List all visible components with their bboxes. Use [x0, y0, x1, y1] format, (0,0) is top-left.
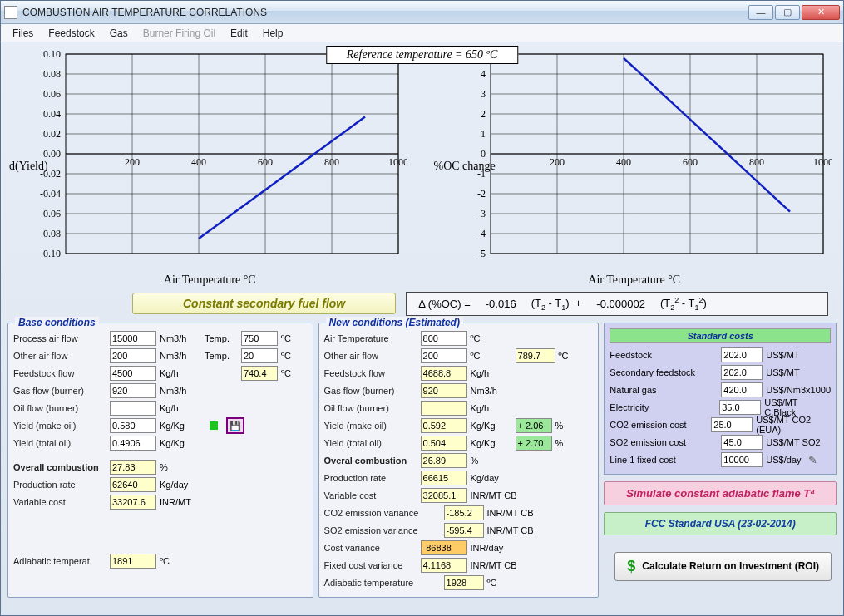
- svg-text:600: 600: [258, 156, 273, 168]
- svg-text:1000: 1000: [388, 156, 407, 168]
- new-gas-flow[interactable]: [421, 383, 467, 398]
- fcc-standard-button[interactable]: FCC Standard USA (23-02-2014): [604, 512, 837, 535]
- cost-value-1[interactable]: [721, 365, 763, 380]
- new-overall[interactable]: [421, 453, 467, 468]
- base-oil-flow[interactable]: [110, 401, 156, 416]
- new-co2[interactable]: [444, 505, 484, 520]
- chart2-ylabel: %OC change: [434, 160, 496, 173]
- new-yield-make[interactable]: [421, 418, 467, 433]
- cost-label: Line 1 fixed cost: [610, 455, 718, 465]
- chart1-svg: 2004006008001000-0.10-0.08-0.06-0.04-0.0…: [7, 46, 407, 270]
- base-overall[interactable]: [110, 460, 156, 475]
- edit-icon[interactable]: ✎: [808, 454, 817, 466]
- new-yield-total[interactable]: [421, 436, 467, 451]
- formula-b: -0.000002: [596, 298, 645, 310]
- costs-title: Standard costs: [610, 328, 831, 343]
- standard-costs-panel: Standard costs Feedstock US$/MT Secondar…: [604, 323, 837, 475]
- minimize-button[interactable]: —: [748, 5, 773, 20]
- new-so2[interactable]: [444, 523, 484, 538]
- svg-text:800: 800: [749, 156, 764, 168]
- new-other-air-temp[interactable]: [516, 348, 555, 363]
- cost-unit: US$/Nm3x1000: [766, 385, 831, 395]
- close-button[interactable]: ✕: [802, 5, 840, 20]
- cost-unit: US$/MT CO2 (EUA): [756, 415, 831, 435]
- svg-text:1: 1: [481, 128, 486, 140]
- cost-value-3[interactable]: [719, 400, 761, 415]
- svg-text:0.08: 0.08: [43, 68, 61, 80]
- cost-value-2[interactable]: [721, 382, 763, 397]
- menu-files[interactable]: Files: [6, 26, 40, 41]
- cost-value-6[interactable]: [721, 452, 763, 467]
- svg-text:-4: -4: [477, 228, 486, 239]
- cost-label: Secondary feedstock: [610, 367, 718, 377]
- menu-help[interactable]: Help: [256, 26, 290, 41]
- status-indicator-icon: [210, 421, 218, 430]
- reference-temperature-box: Reference temperature = 650 ºC: [326, 46, 518, 64]
- new-prod-rate[interactable]: [421, 471, 467, 485]
- menu-burner-oil: Burner Firing Oil: [136, 26, 222, 41]
- new-yield-total-delta: [516, 436, 552, 451]
- svg-text:3: 3: [481, 88, 486, 100]
- svg-text:0: 0: [481, 148, 486, 160]
- simulate-adiabatic-button[interactable]: Simulate constant adiabatic flame Tª: [604, 481, 837, 505]
- cost-value-4[interactable]: [711, 417, 753, 432]
- new-air-temp[interactable]: [421, 331, 467, 346]
- base-yield-total[interactable]: [110, 436, 156, 451]
- base-yield-make[interactable]: [110, 418, 156, 433]
- constant-fuel-flow-button[interactable]: Constant secondary fuel flow: [132, 293, 396, 314]
- svg-text:400: 400: [191, 156, 206, 168]
- base-other-air[interactable]: [110, 348, 156, 363]
- svg-text:-5: -5: [477, 248, 486, 259]
- cost-value-5[interactable]: [721, 435, 763, 450]
- window-title: COMBUSTION AIR TEMPERATURE CORRELATIONS: [22, 7, 748, 18]
- svg-text:-0.10: -0.10: [40, 248, 61, 259]
- base-gas-flow[interactable]: [110, 383, 156, 398]
- chart-dyield: d(Yield) 2004006008001000-0.10-0.08-0.06…: [7, 46, 412, 287]
- svg-text:-0.04: -0.04: [40, 188, 61, 200]
- base-var-cost[interactable]: [110, 495, 156, 510]
- base-other-air-temp[interactable]: [241, 348, 278, 363]
- new-feedstock[interactable]: [421, 366, 467, 381]
- svg-text:600: 600: [683, 156, 698, 168]
- cost-value-0[interactable]: [721, 347, 763, 362]
- svg-text:-3: -3: [477, 208, 486, 219]
- cost-label: CO2 emission cost: [610, 420, 708, 430]
- save-icon-button[interactable]: 💾: [226, 417, 244, 434]
- svg-text:-0.06: -0.06: [40, 208, 61, 219]
- chart2-svg: 2004006008001000-5-4-3-2-1012345: [432, 46, 832, 270]
- cost-label: Natural gas: [610, 385, 718, 395]
- maximize-button[interactable]: ▢: [775, 5, 800, 20]
- svg-text:400: 400: [616, 156, 631, 168]
- base-feedstock-temp[interactable]: [241, 366, 278, 381]
- new-adiabatic[interactable]: [444, 575, 484, 590]
- svg-text:200: 200: [550, 156, 565, 168]
- cost-unit: US$/MT: [766, 367, 799, 377]
- new-oil-flow[interactable]: [421, 401, 467, 416]
- base-legend: Base conditions: [15, 317, 99, 328]
- formula-a: -0.016: [486, 298, 516, 310]
- menu-feedstock[interactable]: Feedstock: [42, 26, 101, 41]
- titlebar: COMBUSTION AIR TEMPERATURE CORRELATIONS …: [1, 1, 843, 24]
- formula-t1: (T2 - T1) +: [531, 297, 582, 312]
- svg-text:200: 200: [125, 156, 140, 168]
- base-feedstock[interactable]: [110, 366, 156, 381]
- new-other-air[interactable]: [421, 348, 467, 363]
- menu-edit[interactable]: Edit: [224, 26, 254, 41]
- new-var-cost[interactable]: [421, 488, 467, 503]
- base-prod-rate[interactable]: [110, 477, 156, 492]
- new-cost-var[interactable]: [421, 540, 467, 555]
- calculate-roi-button[interactable]: $ Calculate Return on Investment (ROI): [614, 552, 832, 581]
- formula-box: Δ (%OC) = -0.016 (T2 - T1) + -0.000002 (…: [406, 292, 828, 316]
- base-process-air-temp[interactable]: [241, 331, 278, 346]
- new-fixed-var[interactable]: [421, 558, 467, 573]
- svg-text:0.10: 0.10: [43, 48, 61, 60]
- cost-label: Feedstock: [610, 350, 718, 360]
- svg-text:1000: 1000: [813, 156, 832, 168]
- base-process-air[interactable]: [110, 331, 156, 346]
- chart1-xlabel: Air Temperature °C: [7, 274, 412, 287]
- new-conditions-panel: New conditions (Estimated) Air Temperatu…: [318, 323, 600, 598]
- base-adiabatic[interactable]: [110, 554, 156, 569]
- svg-text:800: 800: [324, 156, 339, 168]
- menu-gas[interactable]: Gas: [103, 26, 135, 41]
- svg-text:0.04: 0.04: [43, 108, 61, 120]
